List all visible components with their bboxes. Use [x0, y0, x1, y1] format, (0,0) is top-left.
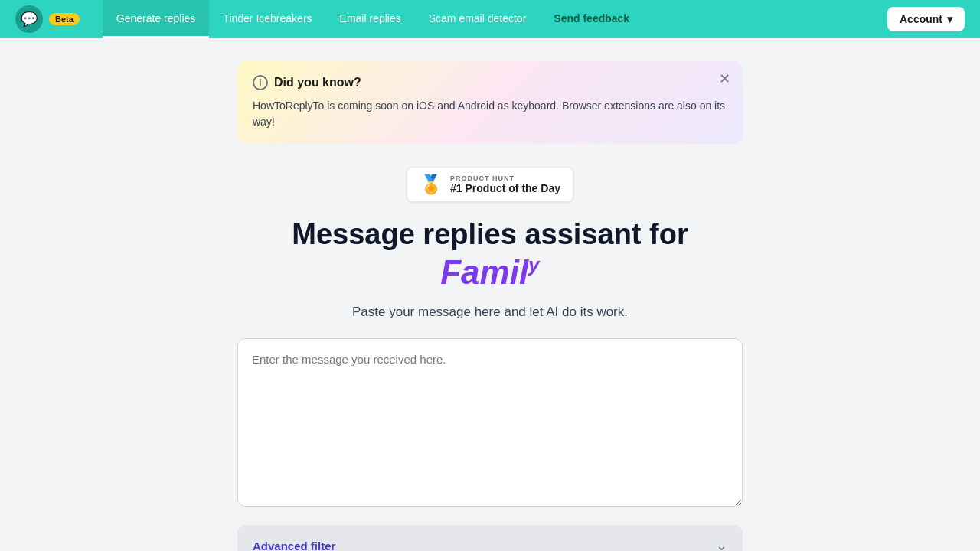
nav-scam-email-detector[interactable]: Scam email detector — [415, 0, 541, 38]
notification-banner: i Did you know? HowToReplyTo is coming s… — [237, 61, 743, 144]
hero-subtitle: Paste your message here and let AI do it… — [237, 305, 743, 320]
hero-title: Message replies assisant for Family — [237, 217, 743, 292]
nav-links: Generate replies Tinder Icebreakers Emai… — [103, 0, 887, 38]
notification-title: Did you know? — [274, 76, 361, 90]
notification-header: i Did you know? — [253, 75, 727, 90]
product-hunt-badge[interactable]: 🏅 PRODUCT HUNT #1 Product of the Day — [407, 167, 573, 202]
product-hunt-text: PRODUCT HUNT #1 Product of the Day — [450, 174, 560, 194]
logo-icon: 💬 — [15, 5, 43, 33]
info-icon: i — [253, 75, 268, 90]
message-input[interactable] — [237, 338, 743, 507]
nav-generate-replies[interactable]: Generate replies — [103, 0, 210, 38]
nav-tinder-icebreakers[interactable]: Tinder Icebreakers — [209, 0, 325, 38]
account-label: Account — [900, 13, 942, 25]
notification-body: HowToReplyTo is coming soon on iOS and A… — [253, 98, 727, 130]
medal-icon: 🏅 — [420, 174, 443, 195]
navbar: 💬 Beta Generate replies Tinder Icebreake… — [0, 0, 980, 38]
nav-email-replies[interactable]: Email replies — [326, 0, 415, 38]
product-hunt-title: #1 Product of the Day — [450, 182, 560, 194]
logo[interactable]: 💬 Beta — [15, 5, 80, 33]
advanced-filter-toggle[interactable]: Advanced filter ⌄ — [237, 525, 743, 551]
hero-title-highlight: Family — [440, 253, 540, 291]
nav-send-feedback[interactable]: Send feedback — [540, 0, 643, 38]
product-hunt-label: PRODUCT HUNT — [450, 174, 560, 182]
chevron-down-icon: ⌄ — [716, 537, 727, 551]
account-button[interactable]: Account ▾ — [887, 7, 965, 31]
advanced-filter-label: Advanced filter — [253, 540, 335, 551]
hero-title-part1: Message replies assisant for — [292, 218, 688, 250]
account-chevron-icon: ▾ — [947, 13, 952, 25]
beta-badge: Beta — [49, 13, 80, 25]
notification-close-button[interactable]: ✕ — [719, 72, 730, 86]
main-content: i Did you know? HowToReplyTo is coming s… — [222, 38, 758, 551]
